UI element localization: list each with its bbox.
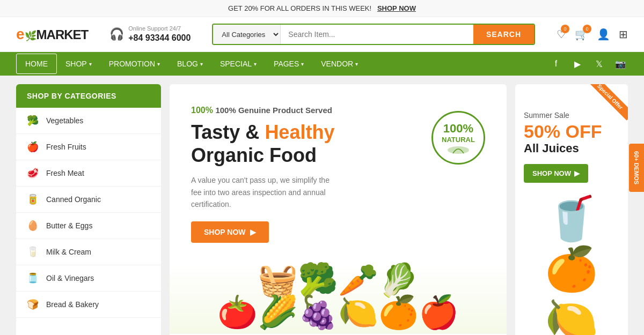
milk-cream-icon: 🥛 — [27, 246, 39, 258]
header: e🌿MARKET 🎧 Online Support 24/7 +84 93344… — [0, 17, 644, 52]
natural-badge: 100% NATURAL — [431, 111, 485, 165]
hero-image: 🧺🥦🥕🥬🍅🌽🍇🍋🍊🍎 — [170, 264, 507, 334]
support-info: 🎧 Online Support 24/7 +84 93344 6000 — [109, 25, 191, 43]
account-icon[interactable]: 👤 — [597, 28, 610, 41]
top-banner: GET 20% FOR ALL ORDERS IN THIS WEEK! SHO… — [0, 0, 644, 17]
logo-e: e — [16, 26, 25, 42]
sidebar-item-bread-bakery[interactable]: 🍞 Bread & Bakery — [16, 292, 161, 318]
cart-icon[interactable]: 🛒 0 — [575, 28, 588, 41]
sidebar-label-bread-bakery: Bread & Bakery — [46, 300, 99, 309]
facebook-icon[interactable]: f — [548, 56, 564, 71]
sidebar-label-fresh-meat: Fresh Meat — [46, 169, 84, 177]
butter-eggs-icon: 🥚 — [27, 220, 39, 232]
hero-title: Tasty & Healthy Organic Food — [191, 121, 431, 167]
nav-blog[interactable]: BLOG ▾ — [169, 52, 211, 76]
hero-content: 100% 100% Genuine Product Served Tasty &… — [170, 84, 507, 264]
sidebar-header: SHOP BY CATEGORIES — [16, 84, 161, 108]
category-select[interactable]: All Categories — [213, 25, 281, 44]
wishlist-icon[interactable]: ♡ 0 — [557, 28, 566, 41]
nav-shop[interactable]: SHOP ▾ — [57, 52, 100, 76]
wishlist-badge: 0 — [561, 25, 569, 33]
juice-image: 🥤🍊🍋 — [524, 193, 619, 335]
banner-text: GET 20% FOR ALL ORDERS IN THIS WEEK! — [228, 4, 371, 12]
support-phone: +84 93344 6000 — [128, 33, 191, 44]
main-nav: HOME SHOP ▾ PROMOTION ▾ BLOG ▾ SPECIAL ▾… — [0, 52, 644, 76]
logo-leaf: 🌿 — [25, 31, 36, 41]
search-button[interactable]: SEARCH — [473, 25, 534, 44]
sidebar-item-butter-eggs[interactable]: 🥚 Butter & Eggs — [16, 213, 161, 239]
logo[interactable]: e🌿MARKET — [16, 26, 88, 43]
hero-subtitle: A value you can't pass up, we simplify t… — [191, 174, 341, 210]
sidebar-label-canned-organic: Canned Organic — [46, 195, 101, 204]
nav-vendor[interactable]: VENDOR ▾ — [312, 52, 367, 76]
twitter-icon[interactable]: 𝕏 — [591, 56, 606, 71]
main-content: SHOP BY CATEGORIES 🥦 Vegetables 🍎 Fresh … — [0, 76, 644, 335]
sidebar-item-fresh-fruits[interactable]: 🍎 Fresh Fruits — [16, 134, 161, 160]
cart-badge: 0 — [583, 25, 591, 33]
nav-promotion[interactable]: PROMOTION ▾ — [100, 52, 169, 76]
header-icons: ♡ 0 🛒 0 👤 ⊞ — [557, 28, 628, 41]
vegetables-icon: 🥦 — [27, 115, 39, 126]
right-panel: Special Offer Summer Sale 50% OFF All Ju… — [515, 84, 628, 335]
nav-items: HOME SHOP ▾ PROMOTION ▾ BLOG ▾ SPECIAL ▾… — [16, 52, 548, 76]
banner-link[interactable]: SHOP NOW — [377, 4, 416, 12]
arrow-icon: ▶ — [250, 228, 256, 236]
promo-cta-button[interactable]: SHOP NOW ▶ — [524, 164, 588, 183]
nav-special[interactable]: SPECIAL ▾ — [211, 52, 265, 76]
sidebar-label-vegetables: Vegetables — [46, 116, 83, 125]
badge-percent: 100% — [443, 122, 473, 136]
hero-title-black2: Organic Food — [191, 144, 317, 166]
hero-text: 100% 100% Genuine Product Served Tasty &… — [191, 106, 431, 243]
leaf-svg — [445, 144, 472, 154]
ribbon-container: Special Offer — [585, 84, 628, 127]
oil-vinegars-icon: 🫙 — [27, 272, 39, 284]
search-bar: All Categories SEARCH — [212, 24, 535, 45]
nav-social: f ▶ 𝕏 📷 — [548, 56, 628, 71]
nav-home[interactable]: HOME — [16, 54, 57, 74]
hero-title-orange: Healthy — [265, 121, 334, 143]
sidebar-label-fresh-fruits: Fresh Fruits — [46, 143, 86, 151]
instagram-icon[interactable]: 📷 — [613, 56, 628, 71]
canned-organic-icon: 🥫 — [27, 193, 39, 205]
nav-pages[interactable]: PAGES ▾ — [265, 52, 312, 76]
fruit-display: 🧺🥦🥕🥬🍅🌽🍇🍋🍊🍎 — [217, 264, 459, 329]
bread-bakery-icon: 🍞 — [27, 299, 39, 310]
svg-point-0 — [448, 146, 469, 154]
fresh-fruits-icon: 🍎 — [27, 141, 39, 153]
hero-genuine: 100% 100% Genuine Product Served — [191, 106, 431, 115]
special-offer-ribbon: Special Offer — [587, 84, 628, 121]
sidebar-item-canned-organic[interactable]: 🥫 Canned Organic — [16, 187, 161, 213]
search-input[interactable] — [281, 25, 473, 44]
logo-market: MARKET — [36, 27, 89, 42]
sidebar-item-vegetables[interactable]: 🥦 Vegetables — [16, 108, 161, 134]
sidebar-item-oil-vinegars[interactable]: 🫙 Oil & Vinegars — [16, 265, 161, 292]
sidebar-item-milk-cream[interactable]: 🥛 Milk & Cream — [16, 239, 161, 265]
demos-tab[interactable]: 60+ DEMOS — [629, 143, 644, 191]
sidebar-item-fresh-meat[interactable]: 🥩 Fresh Meat — [16, 160, 161, 187]
sidebar: SHOP BY CATEGORIES 🥦 Vegetables 🍎 Fresh … — [16, 84, 161, 335]
sidebar-label-oil-vinegars: Oil & Vinegars — [46, 274, 94, 282]
promo-card: Special Offer Summer Sale 50% OFF All Ju… — [515, 84, 628, 335]
hero-cta-button[interactable]: SHOP NOW ▶ — [191, 221, 269, 243]
youtube-icon[interactable]: ▶ — [570, 56, 585, 71]
hero-banner: 100% 100% Genuine Product Served Tasty &… — [170, 84, 507, 335]
sidebar-label-milk-cream: Milk & Cream — [46, 248, 91, 256]
menu-grid-icon[interactable]: ⊞ — [619, 28, 628, 41]
hero-title-black1: Tasty & — [191, 121, 265, 143]
sidebar-label-butter-eggs: Butter & Eggs — [46, 221, 92, 230]
support-label: Online Support 24/7 — [128, 25, 191, 32]
fresh-meat-icon: 🥩 — [27, 167, 39, 179]
badge-label: NATURAL — [442, 136, 475, 144]
support-icon: 🎧 — [109, 27, 124, 41]
promo-arrow-icon: ▶ — [574, 169, 580, 177]
promo-product: All Juices — [524, 142, 619, 155]
